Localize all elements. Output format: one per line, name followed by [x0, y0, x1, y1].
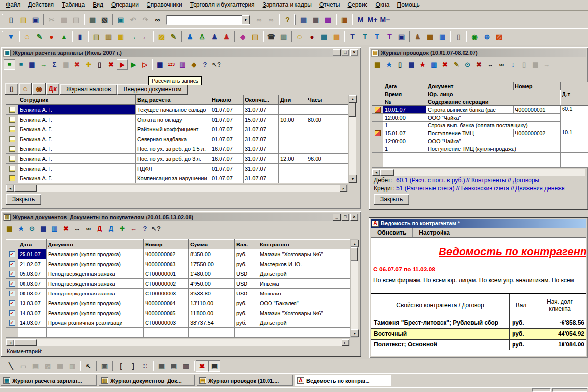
document-type-cell[interactable]: Реализация (купля-продажа)	[47, 259, 144, 269]
add-document-icon[interactable]: ▤	[38, 223, 49, 234]
empty-cell[interactable]	[426, 153, 561, 168]
empty-cell[interactable]	[18, 328, 47, 338]
line-number-cell[interactable]: 1	[383, 122, 426, 129]
document-cell[interactable]: Строка выписки банка (рас	[426, 106, 514, 114]
salary-row[interactable]: Белкина А. Г.Компенсация за нарушении01.…	[6, 173, 348, 183]
document-type-cell[interactable]: Реализация (купля-продажа)	[47, 298, 144, 308]
person-add-icon[interactable]: ♟	[184, 31, 196, 43]
doc-back-icon[interactable]: ←	[139, 31, 151, 43]
scroll-right-icon[interactable]: ►	[340, 185, 347, 192]
document-type-cell[interactable]: Неподтвержденная заявка	[47, 269, 144, 279]
amount-cell[interactable]: 13'110.00	[189, 298, 235, 308]
end-date-cell[interactable]: 31.07.07	[244, 164, 279, 173]
taskbar-button[interactable]: ▥Журнал документов Док...	[99, 375, 195, 386]
memory-minus-icon[interactable]: M−	[379, 14, 391, 25]
contractor-cell[interactable]: Мастерков И. Ю.	[258, 259, 350, 269]
start-debt-cell[interactable]: 18'084.00	[533, 339, 587, 350]
currency-cell[interactable]: руб.	[235, 249, 258, 259]
calc-type-cell[interactable]: Оплата по окладу	[136, 115, 210, 124]
document-cell[interactable]: Поступление ТМЦ	[426, 129, 514, 137]
document-type-cell[interactable]: Неподтвержденная заявка	[47, 279, 144, 289]
currency-cell[interactable]: руб.	[235, 259, 258, 269]
posting-row[interactable]: 10.01.07Строка выписки банка (расЧ000000…	[372, 106, 588, 114]
person-save-icon[interactable]: ♟	[208, 31, 220, 43]
empty-cell[interactable]	[372, 153, 383, 168]
salary-row[interactable]: Белкина А. Г.НДФЛ01.07.0731.07.07	[6, 164, 348, 173]
menu-item[interactable]: Вид	[89, 0, 107, 10]
calc-type-cell[interactable]: Пос. по ух. за реб. до 1,5 л.	[136, 144, 210, 154]
print-icon[interactable]: ▦	[86, 14, 98, 25]
contractor-cell[interactable]: Инвема	[258, 279, 350, 289]
currency-cell[interactable]: USD	[235, 289, 258, 298]
person-calc-icon[interactable]: Σ	[49, 59, 60, 70]
date-cell[interactable]: 14.03.07	[18, 318, 47, 328]
report-row[interactable]: Таможня "Брест-литовск"; Рублевый сборру…	[371, 318, 587, 328]
document-wizard-icon[interactable]: ★	[15, 223, 26, 234]
pencils-icon[interactable]: ✎	[33, 31, 46, 43]
empty-cell[interactable]	[561, 153, 588, 168]
salary-row[interactable]: Белкина А. Г.Пос. по ух. за реб. до 3 л.…	[6, 154, 348, 164]
enter-based-icon[interactable]: ✚	[117, 223, 128, 234]
menu-item[interactable]: Файл	[2, 0, 24, 10]
person-move-icon[interactable]: →	[38, 59, 49, 70]
amount-cell[interactable]: 17'550.00	[189, 259, 235, 269]
minimize-icon[interactable]: _	[333, 49, 341, 56]
section-close-bracket-icon[interactable]: ]	[127, 360, 139, 372]
currency-cell[interactable]: USD	[235, 279, 258, 289]
menu-item[interactable]: Отчеты	[316, 0, 344, 10]
start-date-cell[interactable]: 01.07.07	[210, 105, 244, 115]
tax-journal-button[interactable]: Журнал налогов	[60, 84, 117, 95]
doc-group-icon[interactable]: ▥	[115, 31, 127, 43]
toolbar-grip[interactable]	[294, 14, 296, 25]
calculate-record-icon[interactable]: ▶	[117, 59, 128, 70]
date-cell[interactable]: 06.03.07	[18, 289, 47, 298]
number-cell[interactable]: Ч000000004	[144, 298, 189, 308]
print-preview-icon[interactable]: ▧	[98, 14, 111, 25]
calc-type-cell[interactable]: Северная надбавка	[136, 134, 210, 144]
start-date-cell[interactable]: 16.07.07	[210, 144, 244, 154]
posting-wizard-icon[interactable]: ★	[417, 59, 428, 70]
view-records-icon[interactable]: ≡	[4, 59, 15, 70]
contractor-property-cell[interactable]: Восточный	[371, 328, 510, 339]
row-marker-cell[interactable]	[6, 105, 18, 115]
documents-window-titlebar[interactable]: ▥ Журнал документов Документы по покупат…	[3, 213, 359, 221]
date-cell[interactable]: 05.03.07	[18, 269, 47, 279]
employee-cell[interactable]: Белкина А. Г.	[18, 124, 136, 134]
close-icon[interactable]: ×	[350, 49, 358, 56]
menu-item[interactable]: Сервис	[344, 0, 372, 10]
table-view-icon[interactable]: ▤	[168, 360, 180, 372]
postings-window-titlebar[interactable]: ▤ Журнал проводок (10.01.07-08.02.07)	[371, 49, 586, 57]
scroll-left-icon[interactable]: ◄	[372, 169, 380, 176]
chart-doc-icon[interactable]: ▦	[330, 31, 343, 43]
person-run-icon[interactable]: ♙	[196, 31, 208, 43]
days-cell[interactable]	[279, 144, 306, 154]
doc-edit-icon[interactable]: ▨	[155, 31, 168, 43]
grid-report-icon[interactable]: ▥	[177, 59, 188, 70]
scroll-thumb[interactable]	[349, 103, 356, 117]
start-date-cell[interactable]: 01.07.07	[210, 124, 244, 134]
phone-monitor-icon[interactable]: ☎	[265, 31, 277, 43]
t-save-icon[interactable]: ▣	[395, 31, 408, 43]
posting-row[interactable]: 15.01.07Поступление ТМЦЧ00000000210.1	[372, 129, 588, 137]
amount-cell[interactable]: 3'533.80	[189, 289, 235, 298]
cd-help-icon[interactable]: ◉	[468, 31, 481, 43]
menu-item[interactable]: Зарплата и кадры	[259, 0, 316, 10]
horizontal-scrollbar[interactable]: ◄	[372, 169, 585, 176]
view-document-icon[interactable]: ▯	[394, 59, 406, 70]
hours-cell[interactable]	[306, 124, 348, 134]
employee-cell[interactable]: Белкина А. Г.	[18, 134, 136, 144]
end-date-cell[interactable]: 31.07.07	[244, 124, 279, 134]
days-cell[interactable]	[279, 164, 306, 173]
date-cell[interactable]: 13.03.07	[18, 298, 47, 308]
time-cell[interactable]: 12:00:00	[383, 114, 426, 122]
digits-123-icon[interactable]: 123	[166, 59, 177, 70]
t-doc-c-icon[interactable]: T	[371, 31, 383, 43]
start-debt-cell[interactable]: -6'858.56	[533, 318, 587, 328]
copy-period-icon[interactable]: ▦	[154, 59, 166, 70]
find-combobox[interactable]: ▼	[166, 15, 250, 24]
memory-icon[interactable]: M	[354, 14, 367, 25]
interval-icon[interactable]: ↔	[485, 59, 496, 70]
number-cell[interactable]: СТ00000001	[144, 269, 189, 279]
row-marker-cell[interactable]	[372, 106, 383, 114]
posting-row[interactable]: 1Строка вып. банка (оплата поставщику)	[372, 122, 588, 129]
